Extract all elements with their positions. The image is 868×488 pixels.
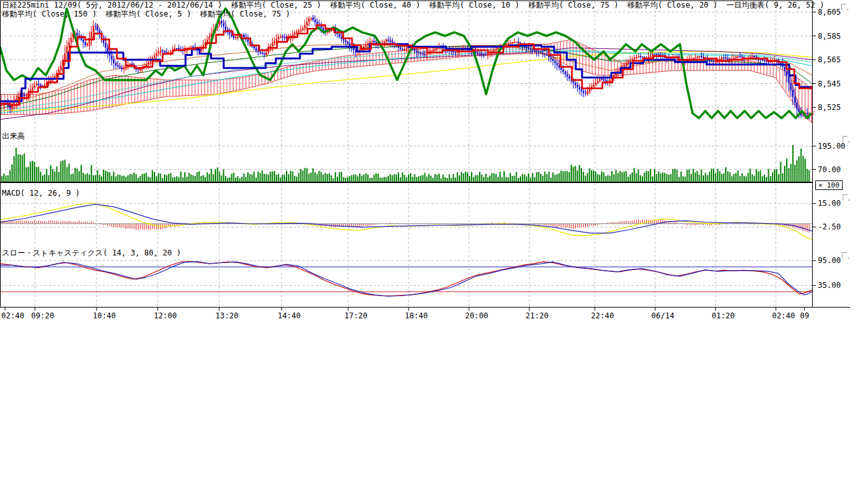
svg-text:35.00: 35.00: [818, 281, 841, 290]
macd-pane-label: MACD( 12, 26, 9 ): [2, 189, 80, 198]
chart-canvas[interactable]: 8,6058,5858,5658,5458,525195.0070.0015.0…: [0, 0, 868, 327]
svg-text:8,525: 8,525: [818, 103, 841, 112]
stochastics-lines: [0, 262, 812, 297]
chart-title: 日経225mini 12/09( 5分, 2012/06/12 - 2012/0…: [2, 1, 222, 10]
svg-text:06/14: 06/14: [651, 311, 674, 320]
svg-text:195.00: 195.00: [818, 142, 845, 151]
svg-text:14:40: 14:40: [278, 311, 301, 320]
legend-ma-75b: 移動平均( Close, 75 ): [200, 10, 290, 18]
pane-handle-icon[interactable]: [841, 4, 846, 10]
legend-ma-40: 移動平均( Close, 40 ): [330, 1, 421, 10]
chart-legend-row2: 移動平均( Close, 150 )移動平均( Close, 5 )移動平均( …: [2, 9, 299, 20]
legend-ma-150: 移動平均( Close, 150 ): [2, 10, 97, 18]
legend-ma-25: 移動平均( Close, 25 ): [231, 1, 322, 10]
svg-text:17:20: 17:20: [344, 311, 367, 320]
legend-ma-75: 移動平均( Close, 75 ): [528, 1, 618, 10]
chart-application: 8,6058,5858,5658,5458,525195.0070.0015.0…: [0, 0, 868, 488]
legend-ma-20: 移動平均( Close, 20 ): [627, 1, 717, 10]
pane-handle-icon[interactable]: [842, 252, 847, 259]
svg-text:09: 09: [800, 311, 809, 320]
svg-text:13:20: 13:20: [215, 311, 238, 320]
svg-text:8,565: 8,565: [818, 55, 841, 64]
svg-text:-2.50: -2.50: [818, 222, 841, 231]
legend-ma-5: 移動平均( Close, 5 ): [105, 10, 191, 18]
volume-multiplier-badge: × 100: [815, 180, 843, 190]
svg-text:8,545: 8,545: [818, 79, 841, 88]
svg-text:02:40: 02:40: [772, 311, 795, 320]
legend-ichimoku: 一目均衡表( 9, 26, 52 ): [726, 1, 824, 10]
volume-pane-label: 出来高: [2, 131, 25, 142]
pane-handle-icon[interactable]: [843, 194, 848, 201]
svg-text:22:40: 22:40: [591, 311, 614, 320]
svg-text:01:20: 01:20: [712, 311, 735, 320]
svg-text:18:40: 18:40: [405, 311, 428, 320]
svg-text:20:00: 20:00: [465, 311, 488, 320]
svg-text:02:40: 02:40: [1, 311, 24, 320]
svg-text:95.00: 95.00: [818, 256, 841, 265]
svg-text:15.00: 15.00: [818, 199, 841, 208]
svg-text:10:40: 10:40: [93, 311, 116, 320]
volume-bars: [1, 145, 810, 182]
legend-ma-10: 移動平均( Close, 10 ): [430, 1, 520, 10]
svg-text:21:20: 21:20: [526, 311, 548, 320]
svg-text:09:20: 09:20: [31, 311, 54, 320]
svg-text:12:00: 12:00: [154, 311, 177, 320]
macd-lines: [0, 203, 812, 240]
pane-handle-icon[interactable]: [843, 136, 848, 142]
stoch-pane-label: スロー・ストキャスティクス( 14, 3, 80, 20 ): [2, 248, 181, 259]
svg-text:70.00: 70.00: [818, 165, 841, 174]
gridlines: [0, 1, 812, 307]
svg-text:8,585: 8,585: [818, 32, 841, 41]
